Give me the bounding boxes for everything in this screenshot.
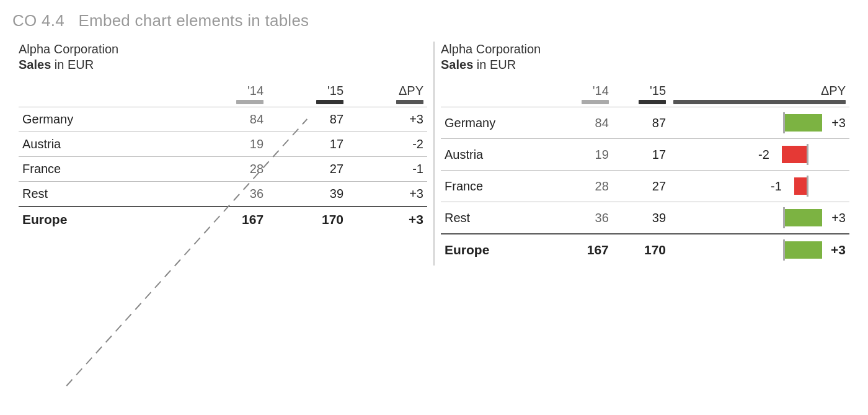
page-title: CO 4.4 Embed chart elements in tables <box>12 11 856 30</box>
right-delta-austria: -2 <box>670 139 849 171</box>
right-row-france: France 28 27 -1 <box>441 171 849 202</box>
right-row-austria: Austria 19 17 -2 <box>441 139 849 171</box>
right-label-rest: Rest <box>441 202 556 234</box>
right-row-germany: Germany 84 87 +3 <box>441 107 849 139</box>
left-cy-france: 27 <box>267 157 347 182</box>
right-cy-austria: 17 <box>613 139 670 171</box>
left-py-germany: 84 <box>187 107 267 132</box>
left-cy-europe: 170 <box>267 207 347 232</box>
right-py-france: 28 <box>556 171 613 202</box>
right-label-germany: Germany <box>441 107 556 139</box>
left-label-france: France <box>19 157 187 182</box>
left-label-austria: Austria <box>19 132 187 157</box>
right-cy-europe: 170 <box>613 234 670 266</box>
right-delta-germany: +3 <box>670 107 849 139</box>
right-cy-france: 27 <box>613 171 670 202</box>
left-table-header: '14 '15 ΔPY <box>19 79 427 107</box>
left-label-germany: Germany <box>19 107 187 132</box>
left-col-cy-header: '15 <box>267 79 347 107</box>
right-row-rest: Rest 36 39 +3 <box>441 202 849 234</box>
left-py-europe: 167 <box>187 207 267 232</box>
right-delta-europe: +3 <box>670 234 849 266</box>
right-py-germany: 84 <box>556 107 613 139</box>
left-col-py-header: '14 <box>187 79 267 107</box>
right-delta-france: -1 <box>670 171 849 202</box>
left-delta-austria: -2 <box>347 132 427 157</box>
right-label-europe: Europe <box>441 234 556 266</box>
left-delta-rest: +3 <box>347 182 427 207</box>
left-row-germany: Germany 84 87 +3 <box>19 107 427 132</box>
delta-bar-france: -1 <box>673 176 846 197</box>
left-panel: Alpha Corporation Sales in EUR '14 <box>12 42 435 266</box>
left-label-europe: Europe <box>19 207 187 232</box>
right-label-france: France <box>441 171 556 202</box>
left-table: '14 '15 ΔPY <box>19 79 427 232</box>
left-row-france: France 28 27 -1 <box>19 157 427 182</box>
right-panel-subtitle: Alpha Corporation Sales in EUR <box>441 42 849 73</box>
left-py-austria: 19 <box>187 132 267 157</box>
delta-bar-germany: +3 <box>673 112 846 133</box>
left-delta-france: -1 <box>347 157 427 182</box>
left-row-austria: Austria 19 17 -2 <box>19 132 427 157</box>
left-col-delta-header: ΔPY <box>347 79 427 107</box>
left-footer-europe: Europe 167 170 +3 <box>19 207 427 232</box>
right-col-cy-header: '15 <box>613 79 670 107</box>
left-cy-germany: 87 <box>267 107 347 132</box>
right-cy-rest: 39 <box>613 202 670 234</box>
right-table: '14 '15 ΔPY <box>441 79 849 266</box>
delta-bar-europe: +3 <box>673 239 846 261</box>
right-table-header: '14 '15 ΔPY <box>441 79 849 107</box>
right-cy-germany: 87 <box>613 107 670 139</box>
right-delta-rest: +3 <box>670 202 849 234</box>
right-col-label-header <box>441 79 556 107</box>
left-py-france: 28 <box>187 157 267 182</box>
left-col-label-header <box>19 79 187 107</box>
left-py-rest: 36 <box>187 182 267 207</box>
left-label-rest: Rest <box>19 182 187 207</box>
right-col-py-header: '14 <box>556 79 613 107</box>
right-col-delta-header: ΔPY <box>670 79 849 107</box>
right-py-rest: 36 <box>556 202 613 234</box>
left-delta-germany: +3 <box>347 107 427 132</box>
right-py-europe: 167 <box>556 234 613 266</box>
delta-bar-rest: +3 <box>673 207 846 228</box>
left-delta-europe: +3 <box>347 207 427 232</box>
left-cy-rest: 39 <box>267 182 347 207</box>
right-label-austria: Austria <box>441 139 556 171</box>
delta-bar-austria: -2 <box>673 144 846 165</box>
left-cy-austria: 17 <box>267 132 347 157</box>
left-panel-subtitle: Alpha Corporation Sales in EUR <box>19 42 427 73</box>
panels-wrapper: Alpha Corporation Sales in EUR '14 <box>12 42 856 266</box>
right-py-austria: 19 <box>556 139 613 171</box>
right-panel: Alpha Corporation Sales in EUR '14 '15 <box>435 42 856 266</box>
left-row-rest: Rest 36 39 +3 <box>19 182 427 207</box>
right-footer-europe: Europe 167 170 +3 <box>441 234 849 266</box>
